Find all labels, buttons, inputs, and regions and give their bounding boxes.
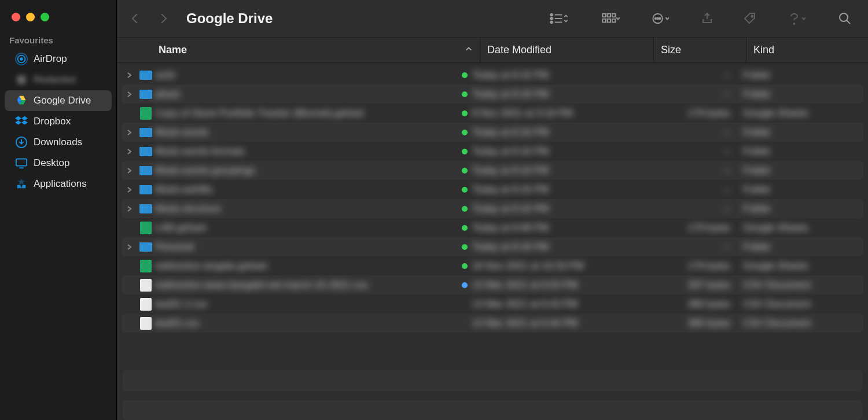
file-size: 380 bytes: [646, 299, 738, 310]
back-button[interactable]: [123, 7, 148, 30]
file-name: redirection-www-bangdel-net-march-15-202…: [155, 279, 457, 291]
search-button[interactable]: [832, 7, 858, 30]
disclosure-triangle[interactable]: [122, 203, 137, 215]
svg-point-29: [659, 18, 661, 20]
forward-button[interactable]: [150, 7, 176, 30]
sidebar-item-downloads[interactable]: Downloads: [5, 132, 112, 153]
table-row[interactable]: test01.csv13 Mar 2021 at 6:44 PM380 byte…: [122, 314, 863, 333]
file-kind: Google Sheets: [738, 260, 860, 272]
table-row[interactable]: Mods-wshiftsToday at 8:16 PM--Folder: [122, 180, 863, 199]
file-size: 179 bytes: [646, 222, 738, 234]
svg-rect-23: [602, 19, 606, 22]
minimize-window-button[interactable]: [26, 13, 35, 21]
file-size: --: [646, 165, 738, 176]
table-row[interactable]: axfslToday at 8:16 PM--Folder: [122, 65, 863, 84]
file-date: 13 Mar 2021 at 6:43 PM: [472, 299, 646, 310]
file-name: Mods-structure: [155, 203, 457, 215]
group-by-button[interactable]: [594, 7, 628, 30]
desktop-icon: [15, 157, 28, 170]
help-menu-button[interactable]: [780, 7, 815, 30]
file-kind: Folder: [738, 89, 860, 100]
file-date: Today at 8:48 PM: [472, 222, 646, 234]
svg-point-32: [840, 13, 848, 21]
table-row[interactable]: redirection-www-bangdel-net-march-15-202…: [122, 275, 863, 294]
file-date: Today at 8:16 PM: [472, 89, 646, 100]
doc-icon: [137, 298, 155, 311]
close-window-button[interactable]: [12, 13, 20, 21]
table-row[interactable]: PersonalToday at 8:16 PM--Folder: [122, 237, 863, 256]
table-row[interactable]: Mods-structureToday at 8:16 PM--Folder: [122, 199, 863, 218]
file-name: Personal: [155, 241, 457, 253]
sidebar-item-dropbox[interactable]: Dropbox: [5, 111, 112, 132]
folder-icon: [137, 128, 155, 137]
file-name: Mods-words-formats: [155, 146, 457, 157]
disclosure-triangle[interactable]: [122, 69, 137, 81]
sidebar-item-label: Applications: [34, 178, 87, 190]
disclosure-triangle[interactable]: [122, 241, 137, 253]
table-row[interactable]: Mods-words-formatsToday at 8:16 PM--Fold…: [122, 142, 863, 161]
sidebar-item-redacted[interactable]: Redacted: [5, 69, 112, 90]
sidebar-item-desktop[interactable]: Desktop: [5, 153, 112, 174]
sheet-icon: [137, 222, 155, 234]
disclosure-triangle[interactable]: [122, 165, 137, 176]
disclosure-triangle[interactable]: [122, 146, 137, 157]
table-row[interactable]: Mods-words-groupingsToday at 8:16 PM--Fo…: [122, 161, 863, 180]
column-header-kind[interactable]: Kind: [746, 38, 868, 62]
window-title: Google Drive: [186, 10, 273, 27]
tags-button[interactable]: [737, 7, 763, 30]
disclosure-triangle[interactable]: [122, 89, 137, 100]
file-size: 287 bytes: [646, 279, 738, 291]
doc-icon: [137, 317, 155, 330]
file-date: 24 Nov 2021 at 10:33 PM: [472, 260, 646, 272]
column-header-name[interactable]: Name: [117, 38, 480, 62]
window-controls: [0, 6, 116, 34]
sidebar-item-applications[interactable]: Applications: [5, 174, 112, 194]
file-date: 13 Mar 2021 at 6:44 PM: [472, 318, 646, 329]
column-header-date[interactable]: Date Modified: [480, 38, 654, 62]
file-date: Today at 8:16 PM: [472, 165, 646, 176]
sync-status-icon: [457, 72, 472, 78]
sync-status-icon: [457, 91, 472, 97]
svg-rect-3: [17, 76, 26, 84]
folder-icon: [137, 242, 155, 252]
column-header-size[interactable]: Size: [654, 38, 746, 62]
main-pane: Google Drive: [117, 0, 868, 420]
path-bar[interactable]: [123, 370, 862, 391]
svg-point-0: [20, 57, 23, 61]
file-list[interactable]: axfslToday at 8:16 PM--FolderpleadToday …: [117, 63, 868, 364]
file-kind: Folder: [738, 165, 860, 176]
sidebar-item-label: Desktop: [34, 157, 69, 169]
table-row[interactable]: pleadToday at 8:16 PM--Folder: [122, 84, 863, 104]
svg-rect-25: [612, 19, 616, 22]
table-row[interactable]: redirection-slugids.gsheet24 Nov 2021 at…: [122, 256, 863, 275]
folder-icon: [137, 147, 155, 156]
action-menu-button[interactable]: [646, 7, 677, 30]
svg-rect-24: [608, 19, 611, 22]
disclosure-triangle[interactable]: [122, 127, 137, 138]
sidebar-item-google-drive[interactable]: Google Drive: [5, 90, 112, 111]
share-button[interactable]: [694, 7, 720, 30]
table-row[interactable]: test01 2.csv13 Mar 2021 at 6:43 PM380 by…: [122, 294, 863, 314]
zoom-window-button[interactable]: [41, 13, 49, 21]
sidebar-item-label: Dropbox: [34, 116, 71, 127]
svg-point-31: [794, 23, 795, 24]
disclosure-triangle[interactable]: [122, 184, 137, 196]
sync-status-icon: [457, 187, 472, 193]
airdrop-icon: [15, 53, 28, 65]
table-row[interactable]: Copy of Stock Portfolio Tracker (Blurred…: [122, 104, 863, 123]
view-list-button[interactable]: [542, 7, 576, 30]
file-date: Today at 8:16 PM: [472, 184, 646, 196]
file-date: Today at 8:16 PM: [472, 146, 646, 157]
svg-marker-9: [21, 116, 28, 120]
apps-icon: [15, 178, 28, 190]
file-kind: Google Sheets: [738, 108, 860, 119]
svg-point-27: [655, 18, 657, 20]
table-row[interactable]: Mods-wordsToday at 8:16 PM--Folder: [122, 123, 863, 142]
file-kind: Folder: [738, 203, 860, 215]
svg-point-18: [550, 21, 553, 24]
table-row[interactable]: LAB gsheetToday at 8:48 PM179 bytesGoogl…: [122, 218, 863, 237]
sync-status-icon: [457, 130, 472, 135]
gdrive-icon: [15, 94, 28, 107]
svg-marker-10: [15, 120, 21, 124]
sidebar-item-airdrop[interactable]: AirDrop: [5, 49, 112, 69]
